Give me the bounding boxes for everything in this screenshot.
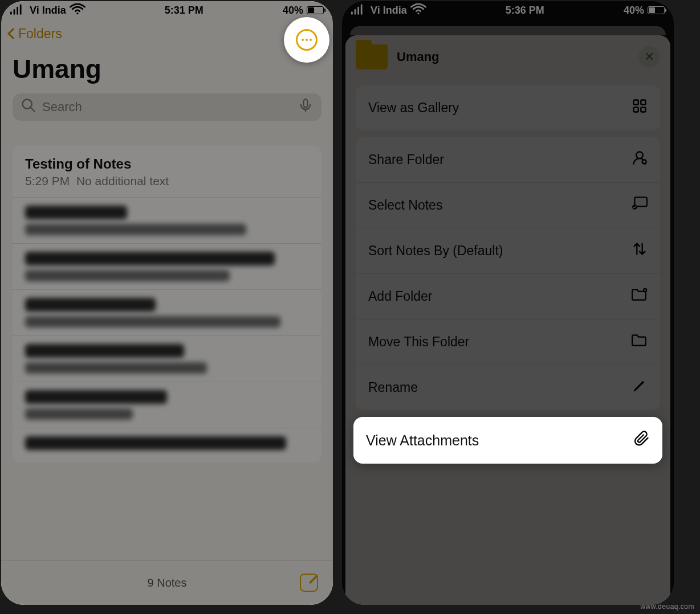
select-notes-row[interactable]: Select Notes — [356, 183, 660, 228]
row-label: Move This Folder — [368, 334, 469, 350]
row-label: View as Gallery — [368, 100, 459, 116]
notes-list-screen: Vi India 5:31 PM 40% Folders Umang — [1, 1, 333, 605]
move-folder-row[interactable]: Move This Folder — [356, 320, 660, 365]
notes-list: Testing of Notes 5:29 PM No additional t… — [13, 146, 321, 462]
battery-icon — [307, 6, 324, 14]
grid-icon — [632, 98, 648, 118]
microphone-icon[interactable] — [298, 97, 314, 117]
search-icon — [21, 97, 36, 117]
add-folder-row[interactable]: Add Folder — [356, 274, 660, 320]
svg-rect-4 — [634, 100, 638, 105]
nav-bar: Folders — [1, 18, 333, 47]
sheet-header: Umang ✕ — [345, 35, 670, 79]
note-row-blurred[interactable] — [13, 428, 321, 462]
row-label: View Attachments — [366, 432, 479, 449]
svg-point-8 — [636, 152, 643, 159]
row-label: Rename — [368, 380, 418, 395]
search-placeholder: Search — [42, 100, 82, 114]
row-label: Add Folder — [368, 289, 433, 304]
status-bar: Vi India 5:31 PM 40% — [1, 1, 333, 18]
sort-notes-row[interactable]: Sort Notes By (Default) — [356, 228, 660, 274]
cell-signal-icon — [351, 1, 367, 20]
note-row-blurred[interactable] — [13, 290, 321, 336]
battery-percent: 40% — [624, 5, 644, 17]
note-row-blurred[interactable] — [13, 382, 321, 428]
rename-row[interactable]: Rename — [356, 365, 660, 410]
select-icon — [632, 195, 648, 215]
note-title: Testing of Notes — [25, 156, 309, 172]
note-preview: 5:29 PM No additional text — [25, 174, 309, 188]
search-input[interactable]: Search — [13, 93, 321, 121]
carrier-label: Vi India — [30, 5, 66, 17]
share-person-icon — [632, 150, 648, 170]
more-button[interactable] — [284, 17, 329, 63]
row-label: Share Folder — [368, 152, 444, 167]
right-screenshot: Vi India 5:36 PM 40% Umang ✕ View as Gal… — [342, 1, 674, 605]
svg-rect-7 — [641, 107, 645, 112]
clock-label: 5:36 PM — [506, 5, 544, 17]
close-button[interactable]: ✕ — [638, 46, 660, 68]
view-as-gallery-row[interactable]: View as Gallery — [356, 85, 660, 130]
bottom-toolbar: 9 Notes — [1, 560, 333, 605]
svg-point-3 — [417, 12, 419, 14]
wifi-icon — [70, 1, 86, 20]
folder-icon — [632, 332, 648, 352]
note-row-blurred[interactable] — [13, 244, 321, 290]
folder-plus-icon — [632, 286, 648, 306]
sheet-title: Umang — [397, 50, 439, 64]
svg-rect-10 — [634, 197, 647, 206]
svg-point-0 — [76, 12, 78, 14]
svg-rect-2 — [304, 100, 308, 108]
battery-percent: 40% — [283, 5, 303, 17]
back-label: Folders — [18, 26, 62, 42]
back-button[interactable]: Folders — [9, 26, 62, 42]
status-bar: Vi India 5:36 PM 40% — [342, 1, 674, 18]
background-card-peek — [350, 26, 666, 35]
note-row[interactable]: Testing of Notes 5:29 PM No additional t… — [13, 146, 321, 198]
wifi-icon — [410, 1, 426, 20]
watermark: www.deuaq.com — [640, 603, 694, 611]
row-label: Sort Notes By (Default) — [368, 243, 503, 259]
pencil-icon — [632, 378, 648, 398]
battery-icon — [648, 6, 665, 14]
action-group-2: Share Folder Select Notes Sort Notes By … — [356, 137, 660, 410]
folder-icon — [356, 44, 388, 69]
close-icon: ✕ — [644, 50, 654, 64]
share-folder-row[interactable]: Share Folder — [356, 137, 660, 183]
compose-note-button[interactable] — [300, 574, 318, 592]
page-title: Umang — [1, 47, 333, 93]
notes-count: 9 Notes — [148, 576, 187, 590]
view-attachments-row[interactable]: View Attachments — [353, 417, 662, 464]
chevron-left-icon — [7, 28, 19, 39]
row-label: Select Notes — [368, 198, 442, 213]
left-screenshot: Vi India 5:31 PM 40% Folders Umang — [1, 1, 333, 605]
note-row-blurred[interactable] — [13, 198, 321, 244]
sort-icon — [632, 241, 648, 261]
clock-label: 5:31 PM — [165, 5, 204, 17]
action-group-1: View as Gallery — [356, 85, 660, 130]
svg-rect-5 — [641, 100, 645, 105]
action-sheet: Umang ✕ View as Gallery Share Folder Se — [345, 35, 670, 605]
note-row-blurred[interactable] — [13, 336, 321, 382]
svg-rect-6 — [634, 107, 638, 112]
carrier-label: Vi India — [371, 5, 407, 17]
paperclip-icon — [634, 431, 650, 450]
cell-signal-icon — [10, 1, 26, 20]
ellipsis-circle-icon — [296, 29, 318, 51]
